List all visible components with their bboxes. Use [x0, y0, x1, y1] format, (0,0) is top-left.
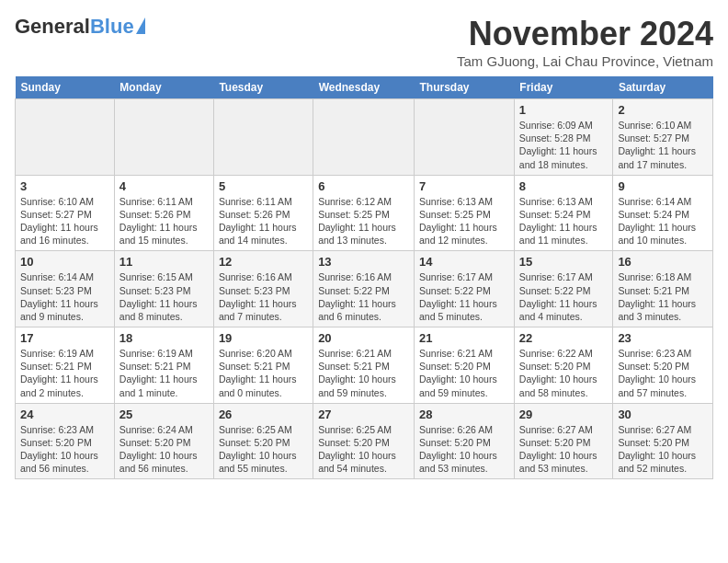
day-number: 28: [419, 408, 509, 421]
day-number: 25: [119, 408, 209, 421]
calendar-cell: 10Sunrise: 6:14 AMSunset: 5:23 PMDayligh…: [16, 251, 115, 327]
calendar-header-monday: Monday: [114, 76, 213, 99]
day-info: Sunrise: 6:20 AMSunset: 5:21 PMDaylight:…: [219, 347, 308, 399]
logo-triangle-icon: [136, 17, 145, 34]
calendar-cell: 23Sunrise: 6:23 AMSunset: 5:20 PMDayligh…: [613, 327, 713, 404]
calendar-cell: [213, 99, 313, 176]
day-info: Sunrise: 6:11 AMSunset: 5:26 PMDaylight:…: [219, 195, 308, 247]
calendar-cell: 21Sunrise: 6:21 AMSunset: 5:20 PMDayligh…: [415, 327, 515, 404]
day-info: Sunrise: 6:12 AMSunset: 5:25 PMDaylight:…: [318, 195, 409, 247]
day-number: 18: [119, 331, 209, 345]
calendar-header-sunday: Sunday: [16, 76, 115, 99]
day-number: 19: [219, 331, 308, 345]
day-number: 2: [618, 103, 708, 117]
calendar-cell: 17Sunrise: 6:19 AMSunset: 5:21 PMDayligh…: [16, 327, 115, 404]
day-number: 16: [618, 255, 708, 269]
calendar-cell: 20Sunrise: 6:21 AMSunset: 5:21 PMDayligh…: [313, 327, 415, 404]
day-info: Sunrise: 6:19 AMSunset: 5:21 PMDaylight:…: [20, 347, 109, 399]
calendar-cell: 5Sunrise: 6:11 AMSunset: 5:26 PMDaylight…: [213, 175, 313, 251]
calendar-cell: 14Sunrise: 6:17 AMSunset: 5:22 PMDayligh…: [415, 251, 515, 327]
calendar-week-1: 1Sunrise: 6:09 AMSunset: 5:28 PMDaylight…: [16, 99, 713, 176]
calendar-week-2: 3Sunrise: 6:10 AMSunset: 5:27 PMDaylight…: [16, 175, 713, 251]
calendar-cell: 4Sunrise: 6:11 AMSunset: 5:26 PMDaylight…: [114, 175, 213, 251]
day-number: 3: [20, 179, 109, 193]
month-title: November 2024: [457, 15, 713, 53]
day-number: 22: [519, 331, 609, 345]
day-number: 27: [318, 408, 409, 421]
calendar-cell: [16, 99, 115, 176]
calendar-cell: 1Sunrise: 6:09 AMSunset: 5:28 PMDaylight…: [514, 99, 613, 176]
day-number: 4: [119, 179, 209, 193]
logo-blue: Blue: [90, 15, 134, 39]
calendar-cell: 12Sunrise: 6:16 AMSunset: 5:23 PMDayligh…: [213, 251, 313, 327]
calendar-cell: 19Sunrise: 6:20 AMSunset: 5:21 PMDayligh…: [213, 327, 313, 404]
logo-general: General: [15, 15, 90, 39]
calendar-week-4: 17Sunrise: 6:19 AMSunset: 5:21 PMDayligh…: [16, 327, 713, 404]
day-number: 13: [318, 255, 409, 269]
calendar-cell: 13Sunrise: 6:16 AMSunset: 5:22 PMDayligh…: [313, 251, 415, 327]
day-info: Sunrise: 6:15 AMSunset: 5:23 PMDaylight:…: [119, 270, 209, 323]
day-number: 30: [618, 408, 708, 421]
day-number: 14: [419, 255, 509, 269]
day-info: Sunrise: 6:21 AMSunset: 5:21 PMDaylight:…: [318, 347, 409, 399]
day-number: 24: [20, 408, 109, 421]
calendar-cell: 9Sunrise: 6:14 AMSunset: 5:24 PMDaylight…: [613, 175, 713, 251]
day-number: 29: [519, 408, 609, 421]
page-header: General Blue November 2024 Tam GJuong, L…: [15, 15, 713, 69]
day-info: Sunrise: 6:16 AMSunset: 5:22 PMDaylight:…: [318, 270, 409, 323]
calendar-header-tuesday: Tuesday: [213, 76, 313, 99]
day-info: Sunrise: 6:22 AMSunset: 5:20 PMDaylight:…: [519, 347, 609, 399]
day-info: Sunrise: 6:11 AMSunset: 5:26 PMDaylight:…: [119, 195, 209, 247]
day-number: 20: [318, 331, 409, 345]
day-number: 5: [219, 179, 308, 193]
day-info: Sunrise: 6:16 AMSunset: 5:23 PMDaylight:…: [219, 270, 308, 323]
calendar-header-friday: Friday: [514, 76, 613, 99]
location-title: Tam GJuong, Lai Chau Province, Vietnam: [457, 53, 713, 69]
calendar-header-thursday: Thursday: [415, 76, 515, 99]
calendar-header-wednesday: Wednesday: [313, 76, 415, 99]
day-info: Sunrise: 6:10 AMSunset: 5:27 PMDaylight:…: [618, 119, 708, 171]
calendar-cell: 2Sunrise: 6:10 AMSunset: 5:27 PMDaylight…: [613, 99, 713, 176]
day-info: Sunrise: 6:27 AMSunset: 5:20 PMDaylight:…: [618, 423, 708, 476]
calendar-cell: 7Sunrise: 6:13 AMSunset: 5:25 PMDaylight…: [415, 175, 515, 251]
day-number: 17: [20, 331, 109, 345]
calendar-header-row: SundayMondayTuesdayWednesdayThursdayFrid…: [16, 76, 713, 99]
day-info: Sunrise: 6:13 AMSunset: 5:25 PMDaylight:…: [419, 195, 509, 247]
calendar-cell: [114, 99, 213, 176]
calendar-cell: 11Sunrise: 6:15 AMSunset: 5:23 PMDayligh…: [114, 251, 213, 327]
day-info: Sunrise: 6:13 AMSunset: 5:24 PMDaylight:…: [519, 195, 609, 247]
day-number: 9: [618, 179, 708, 193]
calendar-cell: 24Sunrise: 6:23 AMSunset: 5:20 PMDayligh…: [16, 403, 115, 479]
day-number: 21: [419, 331, 509, 345]
day-info: Sunrise: 6:17 AMSunset: 5:22 PMDaylight:…: [519, 270, 609, 323]
calendar-cell: 28Sunrise: 6:26 AMSunset: 5:20 PMDayligh…: [415, 403, 515, 479]
calendar-cell: 25Sunrise: 6:24 AMSunset: 5:20 PMDayligh…: [114, 403, 213, 479]
calendar-header-saturday: Saturday: [613, 76, 713, 99]
day-info: Sunrise: 6:23 AMSunset: 5:20 PMDaylight:…: [20, 423, 109, 476]
day-info: Sunrise: 6:14 AMSunset: 5:24 PMDaylight:…: [618, 195, 708, 247]
logo: General Blue: [15, 15, 145, 39]
title-block: November 2024 Tam GJuong, Lai Chau Provi…: [457, 15, 713, 69]
day-info: Sunrise: 6:18 AMSunset: 5:21 PMDaylight:…: [618, 270, 708, 323]
calendar-cell: 29Sunrise: 6:27 AMSunset: 5:20 PMDayligh…: [514, 403, 613, 479]
calendar-cell: 22Sunrise: 6:22 AMSunset: 5:20 PMDayligh…: [514, 327, 613, 404]
calendar-cell: 15Sunrise: 6:17 AMSunset: 5:22 PMDayligh…: [514, 251, 613, 327]
day-info: Sunrise: 6:23 AMSunset: 5:20 PMDaylight:…: [618, 347, 708, 399]
day-number: 15: [519, 255, 609, 269]
calendar-cell: 8Sunrise: 6:13 AMSunset: 5:24 PMDaylight…: [514, 175, 613, 251]
day-number: 11: [119, 255, 209, 269]
calendar-cell: 30Sunrise: 6:27 AMSunset: 5:20 PMDayligh…: [613, 403, 713, 479]
day-number: 12: [219, 255, 308, 269]
day-info: Sunrise: 6:09 AMSunset: 5:28 PMDaylight:…: [519, 119, 609, 171]
day-info: Sunrise: 6:25 AMSunset: 5:20 PMDaylight:…: [318, 423, 409, 476]
day-info: Sunrise: 6:26 AMSunset: 5:20 PMDaylight:…: [419, 423, 509, 476]
day-info: Sunrise: 6:24 AMSunset: 5:20 PMDaylight:…: [119, 423, 209, 476]
day-number: 23: [618, 331, 708, 345]
day-info: Sunrise: 6:27 AMSunset: 5:20 PMDaylight:…: [519, 423, 609, 476]
calendar-week-3: 10Sunrise: 6:14 AMSunset: 5:23 PMDayligh…: [16, 251, 713, 327]
calendar-table: SundayMondayTuesdayWednesdayThursdayFrid…: [15, 76, 713, 479]
day-number: 6: [318, 179, 409, 193]
calendar-cell: 16Sunrise: 6:18 AMSunset: 5:21 PMDayligh…: [613, 251, 713, 327]
calendar-week-5: 24Sunrise: 6:23 AMSunset: 5:20 PMDayligh…: [16, 403, 713, 479]
day-info: Sunrise: 6:10 AMSunset: 5:27 PMDaylight:…: [20, 195, 109, 247]
